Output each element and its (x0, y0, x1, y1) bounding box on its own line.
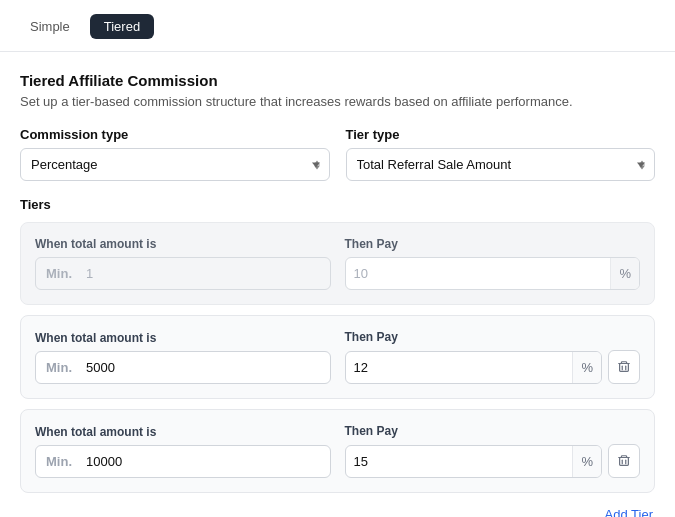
trash-icon-2 (617, 360, 631, 374)
tier-2-pay-wrapper: % (345, 350, 641, 384)
tier-1-pay-input[interactable] (346, 258, 611, 289)
tier-row-3: When total amount is Min. Then Pay % (20, 409, 655, 493)
tab-simple[interactable]: Simple (16, 14, 84, 39)
tier-3-min-input[interactable] (80, 446, 330, 477)
section-title: Tiered Affiliate Commission (20, 72, 655, 89)
svg-rect-3 (620, 458, 629, 466)
tab-tiered[interactable]: Tiered (90, 14, 154, 39)
tier-3-pay-wrapper: % (345, 444, 641, 478)
commission-type-select[interactable]: Percentage Flat (20, 148, 330, 181)
commission-form-row: Commission type Percentage Flat Tier typ… (20, 127, 655, 181)
tier-3-min-label: Min. (36, 446, 80, 477)
tier-3-pay-col: Then Pay % (345, 424, 641, 478)
trash-icon-3 (617, 454, 631, 468)
section-description: Set up a tier-based commission structure… (20, 94, 655, 109)
tier-2-columns: When total amount is Min. Then Pay % (35, 330, 640, 384)
tier-3-when-col: When total amount is Min. (35, 425, 331, 478)
tier-2-pay-label: Then Pay (345, 330, 641, 344)
tier-3-pay-label: Then Pay (345, 424, 641, 438)
tier-1-pay-label: Then Pay (345, 237, 641, 251)
tier-row-1: When total amount is Min. Then Pay % (20, 222, 655, 305)
tier-type-select-wrapper: Total Referral Sale Amount Number of Ref… (346, 148, 656, 181)
tier-type-group: Tier type Total Referral Sale Amount Num… (346, 127, 656, 181)
add-tier-row: Add Tier (20, 503, 655, 517)
tier-1-when-label: When total amount is (35, 237, 331, 251)
commission-type-group: Commission type Percentage Flat (20, 127, 330, 181)
tier-3-delete-button[interactable] (608, 444, 640, 478)
tier-3-pay-input-wrapper: % (345, 445, 603, 478)
tier-1-when-col: When total amount is Min. (35, 237, 331, 290)
tier-3-pay-input[interactable] (346, 446, 573, 477)
tier-3-when-label: When total amount is (35, 425, 331, 439)
tier-1-pay-col: Then Pay % (345, 237, 641, 290)
tier-2-when-label: When total amount is (35, 331, 331, 345)
tier-2-pay-col: Then Pay % (345, 330, 641, 384)
tier-row-2: When total amount is Min. Then Pay % (20, 315, 655, 399)
tier-3-columns: When total amount is Min. Then Pay % (35, 424, 640, 478)
add-tier-button[interactable]: Add Tier (605, 503, 653, 517)
tier-2-min-wrapper: Min. (35, 351, 331, 384)
tier-2-delete-button[interactable] (608, 350, 640, 384)
tier-2-min-label: Min. (36, 352, 80, 383)
tier-type-label: Tier type (346, 127, 656, 142)
tiers-label: Tiers (20, 197, 655, 212)
commission-type-label: Commission type (20, 127, 330, 142)
tier-2-pay-input-wrapper: % (345, 351, 603, 384)
tier-1-min-wrapper: Min. (35, 257, 331, 290)
tier-3-min-wrapper: Min. (35, 445, 331, 478)
tier-1-pay-wrapper: % (345, 257, 641, 290)
tier-2-percent-label: % (572, 352, 601, 383)
tab-bar: Simple Tiered (0, 0, 675, 52)
tier-3-percent-label: % (572, 446, 601, 477)
tier-1-columns: When total amount is Min. Then Pay % (35, 237, 640, 290)
tier-1-min-label: Min. (36, 258, 80, 289)
tier-2-pay-input[interactable] (346, 352, 573, 383)
main-content: Tiered Affiliate Commission Set up a tie… (0, 52, 675, 517)
tier-1-min-input[interactable] (80, 258, 330, 289)
tier-1-pay-input-wrapper: % (345, 257, 641, 290)
tier-2-when-col: When total amount is Min. (35, 331, 331, 384)
tier-2-min-input[interactable] (80, 352, 330, 383)
commission-type-select-wrapper: Percentage Flat (20, 148, 330, 181)
tier-type-select[interactable]: Total Referral Sale Amount Number of Ref… (346, 148, 656, 181)
svg-rect-0 (620, 364, 629, 372)
tier-1-percent-label: % (610, 258, 639, 289)
